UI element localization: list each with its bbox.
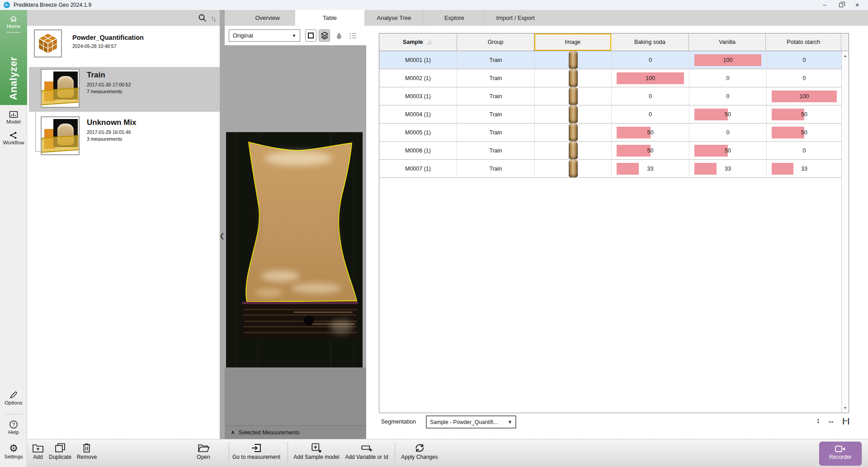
collapse-left-panel-handle[interactable]: ❮ <box>219 229 225 243</box>
tab-analyse-tree[interactable]: Analyse Tree <box>364 10 424 26</box>
group-cell[interactable]: Train <box>457 124 535 141</box>
value-cell[interactable]: 50 <box>612 142 689 159</box>
table-row[interactable]: M0004 (1)Train05050 <box>379 105 849 124</box>
add-variable-button[interactable]: Add Variable or Id <box>345 443 388 460</box>
nav-item-analyzer[interactable]: Analyzer <box>0 53 27 103</box>
group-cell[interactable]: Train <box>457 142 535 159</box>
bag-thumbnail <box>569 160 578 177</box>
sample-photo[interactable] <box>226 132 363 367</box>
column-header-baking-soda[interactable]: Baking soda <box>611 33 689 51</box>
image-cell[interactable] <box>535 105 612 123</box>
tab-import-export[interactable]: Import / Export <box>485 10 546 26</box>
selected-measurements-bar[interactable]: ∧ Selected Measurements <box>225 425 366 439</box>
value-cell[interactable]: 33 <box>689 160 767 177</box>
search-icon[interactable] <box>198 14 207 22</box>
table-row[interactable]: M0002 (1)Train10000 <box>379 69 849 87</box>
layers-view-button[interactable] <box>319 29 330 42</box>
value-cell[interactable]: 50 <box>767 124 842 141</box>
column-header-vanilla[interactable]: Vanilla <box>689 33 766 51</box>
image-cell[interactable] <box>535 142 612 159</box>
sample-cell[interactable]: M0005 (1) <box>379 124 457 141</box>
droplet-button[interactable] <box>333 29 344 42</box>
list-button[interactable] <box>347 29 359 42</box>
sample-cell[interactable]: M0007 (1) <box>379 160 457 177</box>
view-mode-dropdown[interactable]: Original ▼ <box>229 29 300 42</box>
border-view-button[interactable] <box>305 29 316 42</box>
measurement-group-train[interactable]: Train 2017-01-30 17:00:52 7 measurements <box>29 67 220 112</box>
value-cell[interactable]: 0 <box>689 124 767 141</box>
add-button[interactable]: Add <box>32 443 44 460</box>
group-cell[interactable]: Train <box>457 69 535 87</box>
table-vertical-scrollbar[interactable]: ▲ ▼ <box>841 51 849 413</box>
table-row[interactable]: M0001 (1)Train01000 <box>379 51 849 69</box>
remove-button[interactable]: Remove <box>77 443 97 460</box>
nav-item-help[interactable]: ? Help <box>0 420 27 435</box>
scroll-up-icon[interactable]: ▲ <box>842 54 849 58</box>
table-row[interactable]: M0006 (1)Train50500 <box>379 142 849 160</box>
value-cell[interactable]: 100 <box>689 51 767 69</box>
value-cell[interactable]: 0 <box>612 51 689 69</box>
add-sample-model-button[interactable]: Add Sample model <box>293 443 339 460</box>
group-cell[interactable]: Train <box>457 160 535 177</box>
segmentation-dropdown[interactable]: Sample - Powder_Quantifi... ▼ <box>426 415 516 429</box>
fit-columns-icon[interactable]: |··| <box>843 417 849 425</box>
value-cell[interactable]: 0 <box>767 69 842 87</box>
group-cell[interactable]: Train <box>457 51 535 69</box>
tab-table[interactable]: Table <box>295 10 364 26</box>
minimize-button[interactable]: ─ <box>816 0 833 10</box>
column-header-sample[interactable]: Sample <box>379 33 457 51</box>
nav-item-workflow[interactable]: Workflow <box>0 131 27 145</box>
group-cell[interactable]: Train <box>457 105 535 123</box>
sample-cell[interactable]: M0006 (1) <box>379 142 457 159</box>
go-to-measurement-button[interactable]: Go to measurement <box>232 443 280 460</box>
image-cell[interactable] <box>535 160 612 177</box>
sample-cell[interactable]: M0004 (1) <box>379 105 457 123</box>
nav-item-model[interactable]: Model <box>0 111 27 124</box>
value-cell[interactable]: 0 <box>689 87 767 105</box>
image-cell[interactable] <box>535 87 612 105</box>
measurement-group-unknown-mix[interactable]: Unknown Mix 2017-01-29 16:01:46 3 measur… <box>29 114 220 158</box>
recorder-button[interactable]: Recorder <box>819 442 862 466</box>
sample-cell[interactable]: M0003 (1) <box>379 87 457 105</box>
nav-item-home[interactable]: Home <box>0 10 27 33</box>
value-cell[interactable]: 50 <box>689 142 767 159</box>
value-cell[interactable]: 0 <box>689 69 767 87</box>
duplicate-button[interactable]: Duplicate <box>49 443 71 460</box>
column-header-image[interactable]: Image <box>534 33 611 51</box>
column-header-group[interactable]: Group <box>457 33 535 51</box>
value-cell[interactable]: 0 <box>767 51 842 69</box>
nav-item-options[interactable]: Options <box>0 391 27 405</box>
sample-cell[interactable]: M0002 (1) <box>379 69 457 87</box>
open-button[interactable]: Open <box>197 443 210 460</box>
tab-overview[interactable]: Overview <box>240 10 295 26</box>
value-cell[interactable]: 0 <box>612 105 689 123</box>
apply-changes-button[interactable]: Apply Changes <box>401 443 438 460</box>
column-header-potato-starch[interactable]: Potato starch <box>766 33 841 51</box>
sort-icon[interactable]: ↑↓ <box>211 14 215 21</box>
value-cell[interactable]: 33 <box>612 160 689 177</box>
value-cell[interactable]: 33 <box>767 160 842 177</box>
close-button[interactable]: ✕ <box>849 0 865 10</box>
value-cell[interactable]: 50 <box>612 124 689 141</box>
resize-columns-icon[interactable]: ↔ <box>828 417 835 425</box>
image-cell[interactable] <box>535 69 612 87</box>
tab-explore[interactable]: Explore <box>424 10 485 26</box>
value-cell[interactable]: 100 <box>612 69 689 87</box>
value-cell[interactable]: 50 <box>689 105 767 123</box>
image-cell[interactable] <box>535 51 612 69</box>
value-cell[interactable]: 50 <box>767 105 842 123</box>
value-cell[interactable]: 0 <box>767 142 842 159</box>
table-row[interactable]: M0007 (1)Train333333 <box>379 160 849 178</box>
restore-button[interactable] <box>833 0 849 10</box>
image-cell[interactable] <box>535 124 612 141</box>
group-cell[interactable]: Train <box>457 87 535 105</box>
table-row[interactable]: M0005 (1)Train50050 <box>379 124 849 142</box>
sample-cell[interactable]: M0001 (1) <box>379 51 457 69</box>
resize-rows-icon[interactable]: ↕ <box>816 417 820 425</box>
table-row[interactable]: M0003 (1)Train00100 <box>379 87 849 105</box>
scroll-down-icon[interactable]: ▼ <box>842 406 849 410</box>
value-cell[interactable]: 0 <box>612 87 689 105</box>
nav-item-settings[interactable]: ⚙ Settings <box>0 443 27 459</box>
value-cell[interactable]: 100 <box>767 87 842 105</box>
project-panel-scrollbar[interactable] <box>220 10 225 439</box>
